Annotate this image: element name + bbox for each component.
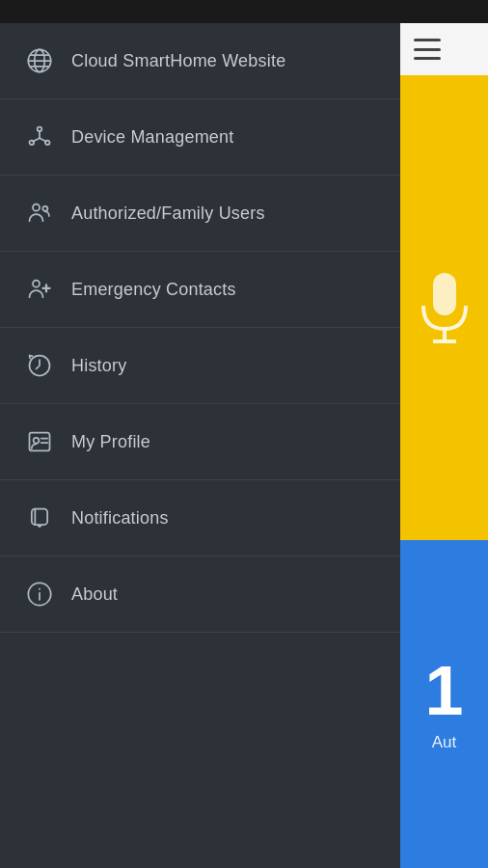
sidebar-item-label: About	[71, 584, 118, 605]
svg-point-24	[39, 588, 41, 590]
globe-icon	[19, 41, 60, 81]
sidebar: Cloud SmartHome Website Device Managemen…	[0, 23, 400, 868]
svg-point-20	[38, 524, 41, 528]
sidebar-item-cloud-smarthome[interactable]: Cloud SmartHome Website	[0, 23, 400, 99]
sidebar-item-label: My Profile	[71, 432, 150, 452]
blue-number: 1	[424, 656, 463, 725]
right-panel: 1 Aut	[400, 23, 488, 868]
sidebar-item-about[interactable]: About	[0, 556, 400, 633]
sidebar-item-label: Authorized/Family Users	[71, 203, 265, 224]
status-bar	[0, 0, 488, 23]
sidebar-item-label: History	[71, 356, 126, 376]
svg-point-13	[33, 281, 40, 287]
svg-line-10	[40, 138, 46, 142]
sidebar-item-notifications[interactable]: Notifications	[0, 480, 400, 556]
mic-icon-large	[416, 269, 474, 346]
hamburger-button[interactable]	[414, 39, 441, 60]
top-bar	[400, 23, 488, 75]
sidebar-item-authorized-family[interactable]: Authorized/Family Users	[0, 176, 400, 252]
blue-label: Aut	[432, 733, 457, 752]
svg-rect-25	[433, 273, 456, 315]
svg-point-12	[42, 206, 47, 211]
sidebar-bottom-spacer	[0, 633, 400, 868]
svg-rect-19	[32, 509, 47, 525]
notifications-icon	[19, 498, 60, 538]
blue-panel: 1 Aut	[400, 540, 488, 868]
sidebar-item-label: Notifications	[71, 508, 169, 529]
sidebar-item-emergency-contacts[interactable]: Emergency Contacts	[0, 252, 400, 328]
family-users-icon	[19, 193, 60, 233]
yellow-panel	[400, 75, 488, 540]
sidebar-item-my-profile[interactable]: My Profile	[0, 404, 400, 480]
svg-point-16	[34, 438, 40, 444]
history-icon	[19, 345, 60, 386]
sidebar-item-label: Device Management	[71, 127, 234, 148]
svg-line-9	[33, 138, 40, 142]
svg-point-11	[33, 204, 40, 211]
profile-icon	[19, 421, 60, 462]
emergency-contacts-icon	[19, 269, 60, 310]
about-icon	[19, 574, 60, 614]
sidebar-item-label: Cloud SmartHome Website	[71, 51, 285, 71]
sidebar-item-device-management[interactable]: Device Management	[0, 99, 400, 176]
device-management-icon	[19, 117, 60, 157]
sidebar-item-label: Emergency Contacts	[71, 280, 236, 300]
sidebar-item-history[interactable]: History	[0, 328, 400, 404]
